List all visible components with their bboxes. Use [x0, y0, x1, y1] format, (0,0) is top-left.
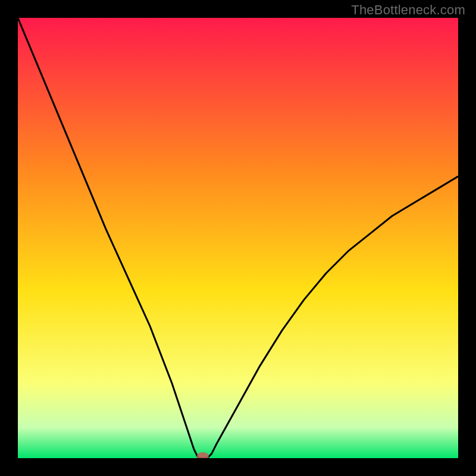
bottleneck-chart-svg	[18, 18, 458, 458]
chart-frame: TheBottleneck.com	[0, 0, 476, 476]
plot-area	[18, 18, 458, 458]
gradient-background	[18, 18, 458, 458]
watermark-text: TheBottleneck.com	[351, 2, 465, 18]
